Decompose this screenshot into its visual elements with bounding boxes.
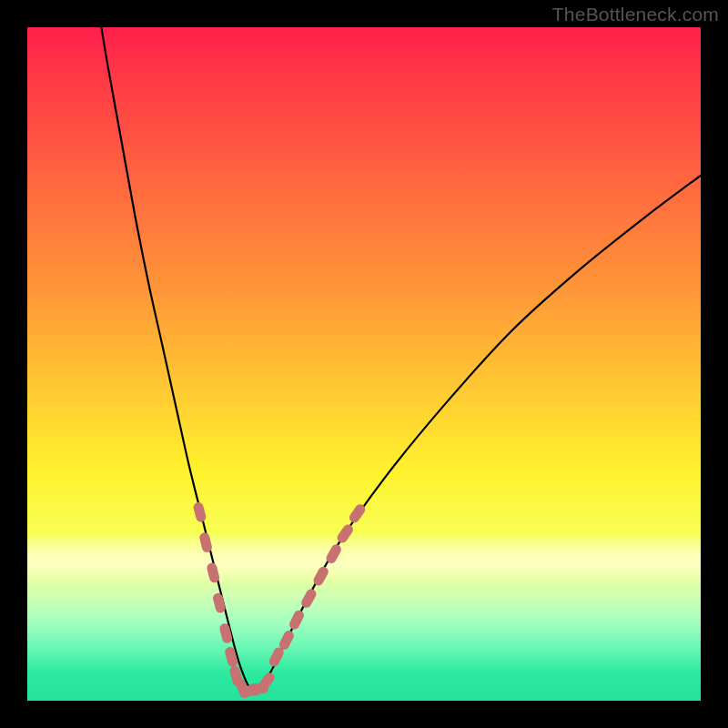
curve-marker bbox=[288, 609, 306, 632]
bottleneck-curve-path bbox=[101, 27, 701, 690]
plot-frame bbox=[27, 27, 701, 701]
curve-marker bbox=[335, 522, 355, 544]
attribution-text: TheBottleneck.com bbox=[552, 4, 719, 25]
bottleneck-curve bbox=[101, 27, 701, 690]
curve-marker bbox=[299, 587, 318, 610]
curve-marker bbox=[218, 622, 233, 644]
curve-marker bbox=[192, 501, 207, 523]
curve-marker bbox=[212, 592, 227, 614]
curve-marker bbox=[206, 561, 220, 583]
curve-markers bbox=[192, 501, 367, 700]
curve-marker bbox=[198, 531, 213, 553]
chart-svg bbox=[27, 27, 701, 701]
